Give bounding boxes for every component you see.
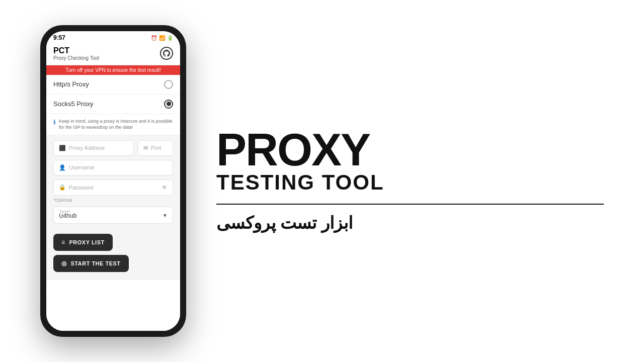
vpn-warning-banner: Turn off your VPN to ensure the test res… <box>46 65 180 75</box>
app-title-group: PCT Proxy Checking Tool <box>53 46 99 61</box>
proxy-list-button[interactable]: ≡ PROXY LIST <box>53 234 113 251</box>
battery-icon: 🔋 <box>167 35 173 41</box>
proxy-address-field[interactable]: ⬛ Proxy Address <box>53 140 134 156</box>
info-text: Keep in mind, using a proxy is insecure … <box>59 118 173 131</box>
farsi-text: ابزار تست پروکسی <box>216 213 353 233</box>
status-icons: ⏰ 📶 🔋 <box>151 35 173 41</box>
signal-icon: 📶 <box>159 35 165 41</box>
chevron-down-icon: ▼ <box>163 213 168 218</box>
start-test-button[interactable]: ◎ START THE TEST <box>53 255 129 272</box>
proxy-list-label: PROXY LIST <box>69 239 105 245</box>
port-icon: ✉ <box>143 145 148 151</box>
phone-wrapper: 9:57 ⏰ 📶 🔋 PCT Proxy Checking Tool <box>40 25 186 337</box>
username-field[interactable]: 👤 Username <box>53 160 173 175</box>
eye-icon[interactable]: 👁 <box>162 184 168 191</box>
http-proxy-radio[interactable] <box>164 80 173 89</box>
http-proxy-label: Http/s Proxy <box>53 80 89 88</box>
form-area: ⬛ Proxy Address ✉ Port 👤 Username <box>46 135 180 229</box>
app-subtitle: Proxy Checking Tool <box>53 55 99 61</box>
divider-line <box>216 204 604 205</box>
screen-content: Http/s Proxy Socks5 Proxy ℹ Keep in mind… <box>46 75 180 331</box>
alarm-icon: ⏰ <box>151 35 157 41</box>
target-label: Target <box>59 209 70 214</box>
app-bar: PCT Proxy Checking Tool <box>46 43 180 65</box>
username-placeholder: Username <box>69 164 95 170</box>
socks5-proxy-label: Socks5 Proxy <box>53 100 93 108</box>
port-placeholder: Port <box>151 145 161 151</box>
list-icon: ≡ <box>61 239 65 246</box>
radar-icon: ◎ <box>61 260 67 267</box>
status-time: 9:57 <box>53 34 65 41</box>
testing-tool-text: TESTING TOOL <box>216 170 384 195</box>
password-placeholder: Password <box>69 185 93 191</box>
proxy-address-placeholder: Proxy Address <box>69 145 105 151</box>
github-button[interactable] <box>160 47 173 60</box>
start-test-label: START THE TEST <box>71 260 121 266</box>
page-container: 9:57 ⏰ 📶 🔋 PCT Proxy Checking Tool <box>0 0 644 362</box>
port-field[interactable]: ✉ Port <box>138 140 173 156</box>
target-dropdown[interactable]: Github ▼ <box>59 212 168 219</box>
server-icon: ⬛ <box>59 145 66 151</box>
socks5-proxy-radio[interactable] <box>164 100 173 109</box>
password-field[interactable]: 🔒 Password 👁 <box>53 179 173 196</box>
http-proxy-option[interactable]: Http/s Proxy <box>46 75 180 95</box>
proxy-title: PROXY <box>216 130 370 170</box>
target-dropdown-wrapper[interactable]: Target Github ▼ <box>53 207 173 224</box>
proxy-port-row: ⬛ Proxy Address ✉ Port <box>53 140 173 156</box>
socks5-proxy-option[interactable]: Socks5 Proxy <box>46 95 180 114</box>
lock-icon: 🔒 <box>59 184 66 191</box>
app-title: PCT <box>53 46 99 55</box>
optional-label: *Optional <box>53 198 173 203</box>
phone: 9:57 ⏰ 📶 🔋 PCT Proxy Checking Tool <box>40 25 186 337</box>
status-bar: 9:57 ⏰ 📶 🔋 <box>46 31 180 43</box>
info-box: ℹ Keep in mind, using a proxy is insecur… <box>46 114 180 135</box>
user-icon: 👤 <box>59 164 66 171</box>
info-icon: ℹ <box>53 119 56 131</box>
right-text-panel: PROXY TESTING TOOL ابزار تست پروکسی <box>186 130 604 233</box>
bottom-area: ≡ PROXY LIST ◎ START THE TEST <box>46 229 180 280</box>
phone-screen: 9:57 ⏰ 📶 🔋 PCT Proxy Checking Tool <box>46 31 180 331</box>
